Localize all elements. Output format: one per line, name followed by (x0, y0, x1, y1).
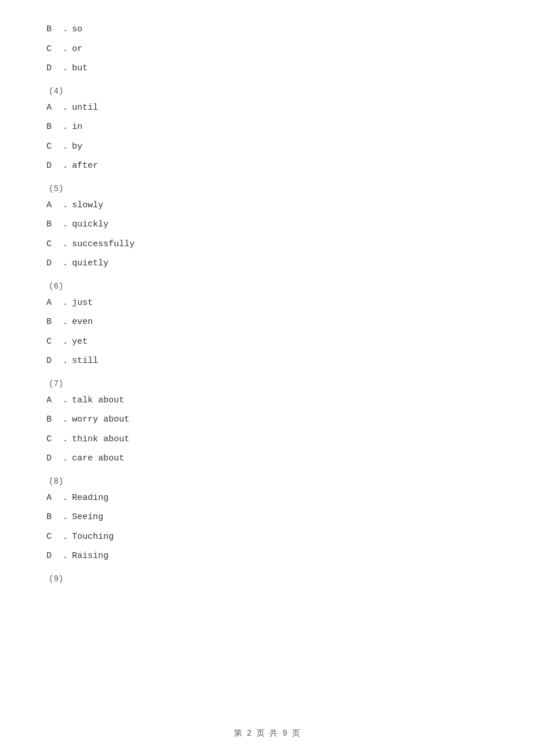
option-dot: . (63, 393, 72, 408)
option-letter: B (46, 217, 63, 232)
option-dot: . (63, 120, 72, 135)
option-text: but (72, 61, 88, 76)
option-text: worry about (72, 412, 129, 427)
option-text-seeing: Seeing (72, 510, 103, 525)
list-item: A . slowly (46, 198, 488, 213)
option-dot: . (63, 315, 72, 330)
option-text: slowly (72, 198, 103, 213)
list-item: D . still (46, 354, 488, 369)
question-number: (7) (46, 379, 488, 388)
option-text: until (72, 100, 98, 116)
option-letter: A (46, 393, 63, 408)
option-text: still (72, 354, 98, 369)
option-dot: . (63, 296, 72, 311)
list-item: B . quickly (46, 217, 488, 232)
option-letter: D (46, 354, 63, 369)
list-item: C . by (46, 139, 488, 154)
question-group-5: (5) A . slowly B . quickly C . successfu… (46, 184, 488, 271)
list-item: C . or (46, 42, 488, 57)
question-number: (9) (46, 574, 488, 584)
list-item: C . successfully (46, 237, 488, 252)
question-group-7: (7) A . talk about B . worry about C . t… (46, 379, 488, 466)
list-item: D . Raising (46, 549, 488, 564)
option-text-raising: Raising (72, 549, 109, 564)
option-letter: B (46, 120, 63, 135)
list-item: C . think about (46, 432, 488, 447)
option-text: talk about (72, 393, 124, 408)
list-item: D . care about (46, 451, 488, 466)
option-dot: . (63, 432, 72, 447)
option-letter: C (46, 42, 63, 57)
option-text: successfully (72, 237, 135, 252)
question-number: (5) (46, 184, 488, 193)
option-dot: . (63, 412, 72, 427)
option-letter: B (46, 315, 63, 330)
option-dot: . (63, 237, 72, 252)
option-letter: A (46, 198, 63, 213)
option-letter: B (46, 412, 63, 427)
page-content: B . so C . or D . but (4) A . until B . … (0, 0, 534, 623)
option-text: quickly (72, 217, 109, 232)
option-letter: D (46, 159, 63, 174)
option-text-touching: Touching (72, 530, 114, 545)
list-item: A . talk about (46, 393, 488, 408)
question-group-9: (9) (46, 574, 488, 584)
option-letter: D (46, 549, 63, 564)
option-dot: . (63, 530, 72, 545)
option-text: yet (72, 334, 88, 350)
option-letter: D (46, 61, 63, 76)
option-dot: . (63, 491, 72, 506)
option-dot: . (63, 159, 72, 174)
option-text: by (72, 139, 82, 154)
list-item: C . Touching (46, 530, 488, 545)
option-letter: C (46, 530, 63, 545)
list-item: A . until (46, 100, 488, 116)
list-item: D . but (46, 61, 488, 76)
list-item: D . quietly (46, 256, 488, 271)
question-number: (8) (46, 477, 488, 486)
option-dot: . (63, 22, 72, 37)
page-footer: 第 2 页 共 9 页 (0, 728, 534, 739)
list-item: B . so (46, 22, 488, 37)
option-dot: . (63, 42, 72, 57)
option-dot: . (63, 139, 72, 154)
option-dot: . (63, 198, 72, 213)
option-text: so (72, 22, 82, 37)
option-letter: B (46, 22, 63, 37)
option-text: quietly (72, 256, 109, 271)
list-item: B . even (46, 315, 488, 330)
footer-text: 第 2 页 共 9 页 (234, 729, 301, 738)
option-letter: B (46, 510, 63, 525)
question-number: (6) (46, 282, 488, 291)
option-dot: . (63, 334, 72, 350)
list-item: C . yet (46, 334, 488, 350)
option-letter: C (46, 237, 63, 252)
option-text: after (72, 159, 98, 174)
option-dot: . (63, 549, 72, 564)
option-letter: D (46, 451, 63, 466)
option-letter: A (46, 296, 63, 311)
option-text: just (72, 296, 93, 311)
question-group-4: (4) A . until B . in C . by D . after (46, 87, 488, 174)
option-letter: C (46, 334, 63, 350)
option-dot: . (63, 451, 72, 466)
option-text: think about (72, 432, 129, 447)
option-text: care about (72, 451, 124, 466)
question-group-8: (8) A . Reading B . Seeing C . Touching … (46, 477, 488, 564)
option-dot: . (63, 510, 72, 525)
option-text-reading: Reading (72, 491, 109, 506)
option-letter: A (46, 100, 63, 116)
list-item: A . just (46, 296, 488, 311)
list-item: B . worry about (46, 412, 488, 427)
option-text: even (72, 315, 93, 330)
question-group-6: (6) A . just B . even C . yet D . still (46, 282, 488, 369)
list-item: D . after (46, 159, 488, 174)
option-dot: . (63, 100, 72, 116)
question-group-3-cont: B . so C . or D . but (46, 22, 488, 76)
option-letter: D (46, 256, 63, 271)
option-letter: A (46, 491, 63, 506)
option-text: in (72, 120, 82, 135)
option-dot: . (63, 61, 72, 76)
option-letter: C (46, 432, 63, 447)
list-item: B . Seeing (46, 510, 488, 525)
